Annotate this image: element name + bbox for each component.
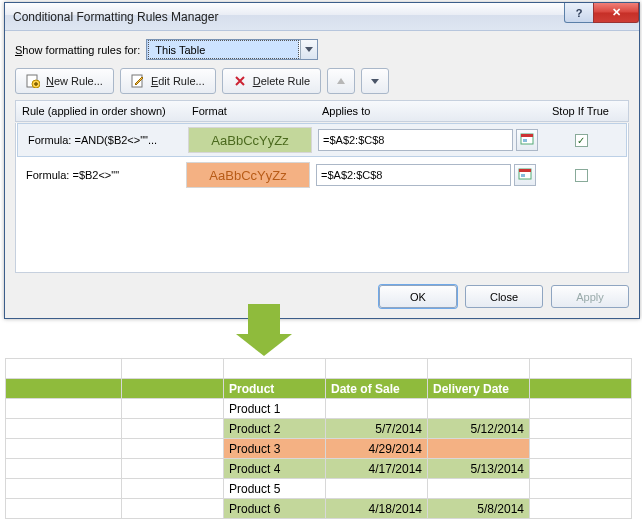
dialog-body: Show formatting rules for: This Table Ne…	[5, 31, 639, 318]
header-sale[interactable]: Date of Sale	[326, 379, 428, 399]
cell-sale[interactable]: 4/17/2014	[326, 459, 428, 479]
applies-to	[318, 129, 538, 151]
format-preview: AaBbCcYyZz	[186, 162, 310, 188]
cell-sale[interactable]: 4/29/2014	[326, 439, 428, 459]
table-header-row: ProductDate of SaleDelivery Date	[6, 379, 632, 399]
edit-rule-icon	[131, 74, 145, 88]
cell[interactable]	[122, 379, 224, 399]
delete-rule-icon	[233, 74, 247, 88]
range-picker-button[interactable]	[514, 164, 536, 186]
delete-rule-label: Delete Rule	[253, 75, 311, 87]
rule-formula: Formula: =AND($B2<>""...	[20, 134, 188, 146]
stop-if-true-checkbox[interactable]: ✓	[575, 134, 588, 147]
cell[interactable]	[530, 459, 632, 479]
close-button[interactable]: Close	[465, 285, 543, 308]
cell[interactable]	[6, 419, 122, 439]
table-row	[6, 359, 632, 379]
stop-if-true-cell	[536, 169, 626, 182]
table-row: Product 1	[6, 399, 632, 419]
new-rule-button[interactable]: New Rule...	[15, 68, 114, 94]
cell[interactable]	[530, 479, 632, 499]
cell-sale[interactable]	[326, 399, 428, 419]
rule-formula: Formula: =$B2<>""	[18, 169, 186, 181]
table-row: Product 5	[6, 479, 632, 499]
spreadsheet: ProductDate of SaleDelivery DateProduct …	[5, 358, 632, 519]
rule-row[interactable]: Formula: =$B2<>""AaBbCcYyZz	[16, 158, 628, 192]
cell-product[interactable]: Product 5	[224, 479, 326, 499]
cell-product[interactable]: Product 2	[224, 419, 326, 439]
help-icon: ?	[576, 7, 583, 19]
cell[interactable]	[122, 399, 224, 419]
cell[interactable]	[224, 359, 326, 379]
close-icon: ✕	[612, 6, 621, 19]
move-up-button[interactable]	[327, 68, 355, 94]
rules-grid-header: Rule (applied in order shown) Format App…	[15, 100, 629, 122]
cell-delivery[interactable]: 5/13/2014	[428, 459, 530, 479]
close-window-button[interactable]: ✕	[593, 3, 639, 23]
cell[interactable]	[530, 359, 632, 379]
edit-rule-button[interactable]: Edit Rule...	[120, 68, 216, 94]
svg-rect-7	[519, 169, 531, 172]
ok-button[interactable]: OK	[379, 285, 457, 308]
cell-delivery[interactable]: 5/12/2014	[428, 419, 530, 439]
arrow-up-icon	[334, 74, 348, 88]
toolbar: New Rule... Edit Rule... Delete Rule	[15, 68, 629, 94]
cell-delivery[interactable]: 5/8/2014	[428, 499, 530, 519]
cell[interactable]	[6, 479, 122, 499]
cell[interactable]	[530, 439, 632, 459]
cell[interactable]	[122, 359, 224, 379]
help-button[interactable]: ?	[564, 3, 594, 23]
scope-value: This Table	[148, 40, 299, 59]
col-header-applies: Applies to	[316, 105, 548, 117]
cell-sale[interactable]	[326, 479, 428, 499]
applies-to-input[interactable]	[316, 164, 511, 186]
format-preview: AaBbCcYyZz	[188, 127, 312, 153]
cell-product[interactable]: Product 4	[224, 459, 326, 479]
stop-if-true-cell: ✓	[538, 134, 624, 147]
table-row: Product 25/7/20145/12/2014	[6, 419, 632, 439]
cell-sale[interactable]: 4/18/2014	[326, 499, 428, 519]
cell[interactable]	[6, 439, 122, 459]
spreadsheet-grid[interactable]: ProductDate of SaleDelivery DateProduct …	[5, 358, 632, 519]
scope-combobox[interactable]: This Table	[146, 39, 318, 60]
cell[interactable]	[530, 499, 632, 519]
cell[interactable]	[6, 459, 122, 479]
cell[interactable]	[122, 419, 224, 439]
rules-list: Formula: =AND($B2<>""...AaBbCcYyZz✓Formu…	[15, 123, 629, 273]
cell-product[interactable]: Product 3	[224, 439, 326, 459]
cell[interactable]	[530, 399, 632, 419]
cell[interactable]	[122, 499, 224, 519]
applies-to-input[interactable]	[318, 129, 513, 151]
table-row: Product 34/29/2014	[6, 439, 632, 459]
header-product[interactable]: Product	[224, 379, 326, 399]
cell[interactable]	[530, 379, 632, 399]
arrow-down-icon	[368, 74, 382, 88]
cell[interactable]	[122, 459, 224, 479]
cell[interactable]	[6, 379, 122, 399]
move-down-button[interactable]	[361, 68, 389, 94]
cell[interactable]	[6, 359, 122, 379]
cell[interactable]	[122, 439, 224, 459]
range-picker-button[interactable]	[516, 129, 538, 151]
delete-rule-button[interactable]: Delete Rule	[222, 68, 322, 94]
cell-delivery[interactable]	[428, 399, 530, 419]
cell[interactable]	[6, 399, 122, 419]
cell-product[interactable]: Product 6	[224, 499, 326, 519]
cell[interactable]	[122, 479, 224, 499]
cell[interactable]	[428, 359, 530, 379]
cell[interactable]	[6, 499, 122, 519]
cell[interactable]	[326, 359, 428, 379]
titlebar[interactable]: Conditional Formatting Rules Manager ? ✕	[5, 3, 639, 31]
cell-delivery[interactable]	[428, 479, 530, 499]
cell-product[interactable]: Product 1	[224, 399, 326, 419]
apply-button[interactable]: Apply	[551, 285, 629, 308]
cell-sale[interactable]: 5/7/2014	[326, 419, 428, 439]
cf-rules-manager-dialog: Conditional Formatting Rules Manager ? ✕…	[4, 2, 640, 319]
cell-delivery[interactable]	[428, 439, 530, 459]
header-delivery[interactable]: Delivery Date	[428, 379, 530, 399]
rule-row[interactable]: Formula: =AND($B2<>""...AaBbCcYyZz✓	[17, 123, 627, 157]
svg-rect-5	[523, 139, 527, 142]
stop-if-true-checkbox[interactable]	[575, 169, 588, 182]
cell[interactable]	[530, 419, 632, 439]
col-header-rule: Rule (applied in order shown)	[16, 105, 186, 117]
